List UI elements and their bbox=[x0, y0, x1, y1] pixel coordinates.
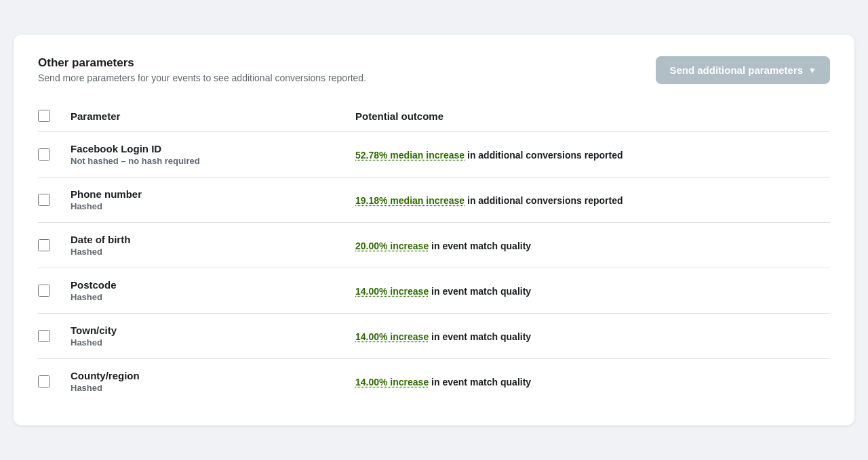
outcome-rest-county-region: in event match quality bbox=[429, 377, 531, 388]
param-name-date-of-birth: Date of birth bbox=[71, 234, 355, 245]
header-text: Other parameters Send more parameters fo… bbox=[38, 56, 366, 83]
outcome-phone-number: 19.18% median increase in additional con… bbox=[355, 194, 830, 206]
param-name-facebook-login-id: Facebook Login ID bbox=[71, 143, 355, 154]
table-header: Parameter Potential outcome bbox=[38, 103, 830, 132]
header-checkbox-col bbox=[38, 110, 71, 122]
table-row: County/region Hashed 14.00% increase in … bbox=[38, 359, 830, 404]
table-body: Facebook Login ID Not hashed – no hash r… bbox=[38, 132, 830, 404]
param-info-facebook-login-id: Facebook Login ID Not hashed – no hash r… bbox=[71, 143, 355, 166]
row-checkbox-col bbox=[38, 148, 71, 161]
param-name-town-city: Town/city bbox=[71, 325, 355, 336]
row-checkbox-facebook-login-id[interactable] bbox=[38, 148, 50, 161]
param-sub-county-region: Hashed bbox=[71, 383, 355, 393]
table-row: Phone number Hashed 19.18% median increa… bbox=[38, 177, 830, 223]
row-checkbox-col bbox=[38, 285, 71, 297]
parameter-column-header: Parameter bbox=[71, 110, 355, 122]
table-row: Facebook Login ID Not hashed – no hash r… bbox=[38, 132, 830, 177]
row-checkbox-col bbox=[38, 239, 71, 251]
outcome-highlight-postcode: 14.00% increase bbox=[355, 286, 429, 297]
row-checkbox-phone-number[interactable] bbox=[38, 194, 50, 206]
param-sub-town-city: Hashed bbox=[71, 337, 355, 348]
outcome-highlight-town-city: 14.00% increase bbox=[355, 331, 429, 342]
outcome-postcode: 14.00% increase in event match quality bbox=[355, 285, 830, 297]
section-subtitle: Send more parameters for your events to … bbox=[38, 72, 366, 83]
row-checkbox-col bbox=[38, 375, 71, 388]
row-checkbox-county-region[interactable] bbox=[38, 375, 50, 388]
table-row: Town/city Hashed 14.00% increase in even… bbox=[38, 314, 830, 359]
param-name-postcode: Postcode bbox=[71, 279, 355, 291]
param-info-postcode: Postcode Hashed bbox=[71, 279, 355, 302]
param-info-county-region: County/region Hashed bbox=[71, 370, 355, 393]
outcome-column-header: Potential outcome bbox=[355, 110, 830, 122]
select-all-checkbox[interactable] bbox=[38, 110, 50, 122]
parameters-table: Parameter Potential outcome Facebook Log… bbox=[38, 103, 830, 404]
param-sub-phone-number: Hashed bbox=[71, 201, 355, 211]
param-name-county-region: County/region bbox=[71, 370, 355, 381]
outcome-highlight-county-region: 14.00% increase bbox=[355, 377, 429, 388]
outcome-rest-postcode: in event match quality bbox=[429, 286, 531, 297]
header-row: Other parameters Send more parameters fo… bbox=[38, 56, 830, 84]
send-additional-parameters-button[interactable]: Send additional parameters ▼ bbox=[656, 56, 830, 84]
outcome-county-region: 14.00% increase in event match quality bbox=[355, 376, 830, 388]
section-title: Other parameters bbox=[38, 56, 366, 70]
outcome-facebook-login-id: 52.78% median increase in additional con… bbox=[355, 149, 830, 161]
param-info-town-city: Town/city Hashed bbox=[71, 325, 355, 348]
chevron-down-icon: ▼ bbox=[808, 66, 816, 75]
main-card: Other parameters Send more parameters fo… bbox=[14, 35, 854, 425]
outcome-highlight-phone-number: 19.18% median increase bbox=[355, 195, 465, 206]
outcome-rest-town-city: in event match quality bbox=[429, 331, 531, 342]
row-checkbox-col bbox=[38, 194, 71, 206]
outcome-rest-facebook-login-id: in additional conversions reported bbox=[465, 150, 623, 161]
table-row: Postcode Hashed 14.00% increase in event… bbox=[38, 268, 830, 314]
outcome-town-city: 14.00% increase in event match quality bbox=[355, 331, 830, 342]
table-row: Date of birth Hashed 20.00% increase in … bbox=[38, 223, 830, 268]
outcome-rest-phone-number: in additional conversions reported bbox=[465, 195, 623, 206]
param-info-phone-number: Phone number Hashed bbox=[71, 188, 355, 211]
param-sub-date-of-birth: Hashed bbox=[71, 247, 355, 257]
outcome-rest-date-of-birth: in event match quality bbox=[429, 241, 531, 251]
param-sub-facebook-login-id: Not hashed – no hash required bbox=[71, 156, 355, 166]
param-info-date-of-birth: Date of birth Hashed bbox=[71, 234, 355, 257]
outcome-highlight-date-of-birth: 20.00% increase bbox=[355, 241, 429, 251]
param-sub-postcode: Hashed bbox=[71, 292, 355, 302]
outcome-date-of-birth: 20.00% increase in event match quality bbox=[355, 240, 830, 251]
row-checkbox-col bbox=[38, 330, 71, 342]
send-button-label: Send additional parameters bbox=[669, 64, 803, 76]
param-name-phone-number: Phone number bbox=[71, 188, 355, 200]
outcome-highlight-facebook-login-id: 52.78% median increase bbox=[355, 150, 465, 161]
row-checkbox-postcode[interactable] bbox=[38, 285, 50, 297]
row-checkbox-date-of-birth[interactable] bbox=[38, 239, 50, 251]
row-checkbox-town-city[interactable] bbox=[38, 330, 50, 342]
